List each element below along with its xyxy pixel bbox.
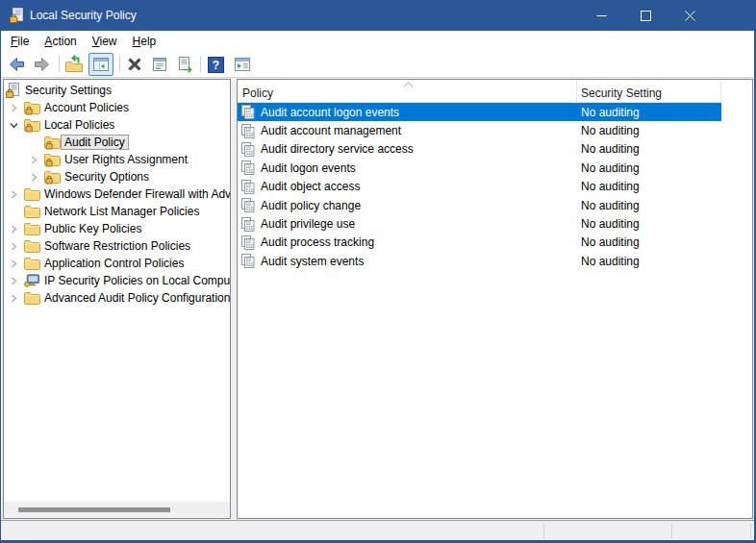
chevron-collapsed-icon[interactable]	[9, 294, 24, 303]
window-title: Local Security Policy	[30, 9, 137, 22]
tree-item-security-options[interactable]: Security Options	[4, 168, 230, 185]
tree-item-label: Windows Defender Firewall with Adva	[44, 187, 230, 201]
close-button[interactable]	[668, 0, 712, 31]
maximize-button[interactable]	[623, 0, 668, 31]
list-row-audit-policy-change[interactable]: 10010Audit policy changeNo auditing	[238, 196, 721, 214]
security-settings-icon	[5, 83, 21, 98]
policy-name: Audit process tracking	[261, 235, 374, 249]
list-row-audit-system-events[interactable]: 10010Audit system eventsNo auditing	[238, 252, 721, 270]
list-row-audit-account-management[interactable]: 10010Audit account managementNo auditing	[238, 121, 721, 139]
policy-cell: 10010Audit directory service access	[238, 142, 576, 157]
tree-item-label: Audit Policy	[61, 135, 129, 150]
tree-item-label: User Rights Assignment	[64, 153, 188, 166]
toolbar-separator	[59, 56, 60, 72]
help-icon: ?	[207, 56, 225, 74]
folder-lock-icon	[24, 118, 40, 133]
tree-item-security-settings[interactable]: Security Settings	[4, 82, 230, 99]
tree-item-application-control-policies[interactable]: Application Control Policies	[4, 255, 230, 272]
policy-cell: 10010Audit process tracking	[238, 235, 576, 250]
back-arrow-icon	[7, 55, 26, 74]
policy-name: Audit policy change	[261, 199, 361, 212]
console-tree-pane: Security SettingsAccount PoliciesLocal P…	[3, 79, 231, 519]
setting-cell: No auditing	[576, 199, 721, 212]
sort-ascending-icon	[403, 82, 414, 87]
column-divider[interactable]	[576, 80, 577, 103]
show-hide-action-pane-button[interactable]	[231, 53, 254, 76]
setting-value: No auditing	[581, 217, 640, 231]
chevron-collapsed-icon[interactable]	[9, 259, 24, 268]
chevron-collapsed-icon[interactable]	[9, 190, 24, 199]
toolbar: ?	[1, 51, 754, 78]
policy-cell: 10010Audit policy change	[238, 198, 576, 212]
status-divider	[750, 524, 751, 538]
policy-name: Audit account management	[261, 124, 401, 137]
tree-item-user-rights-assignment[interactable]: User Rights Assignment	[4, 151, 230, 168]
folder-icon	[24, 239, 40, 253]
setting-cell: No auditing	[576, 180, 721, 193]
setting-value: No auditing	[581, 142, 640, 156]
menu-file[interactable]: File	[3, 33, 37, 50]
chevron-expanded-icon[interactable]	[9, 121, 24, 130]
setting-cell: No auditing	[576, 142, 721, 156]
chevron-collapsed-icon[interactable]	[29, 156, 44, 164]
policy-document-icon: 10010	[241, 124, 256, 138]
properties-window-icon	[150, 55, 169, 74]
list-row-audit-object-access[interactable]: 10010Audit object accessNo auditing	[238, 178, 721, 196]
tree-item-network-list-manager-policies[interactable]: Network List Manager Policies	[4, 203, 230, 220]
help-button[interactable]: ?	[204, 53, 227, 76]
chevron-collapsed-icon[interactable]	[9, 225, 24, 234]
scrollbar-thumb[interactable]	[18, 507, 170, 512]
forward-button[interactable]	[31, 53, 54, 76]
policy-list-pane: Policy Security Setting 10010Audit accou…	[237, 79, 753, 519]
column-divider[interactable]	[720, 80, 721, 103]
policy-document-icon: 10010	[241, 160, 256, 175]
tree-item-label: Security Options	[64, 170, 149, 184]
policy-cell: 10010Audit privilege use	[238, 217, 576, 232]
titlebar[interactable]: Local Security Policy	[0, 0, 756, 31]
show-hide-console-tree-button[interactable]	[88, 53, 113, 76]
tree-item-audit-policy[interactable]: Audit Policy	[4, 134, 230, 151]
tree-item-advanced-audit-policy-configuration[interactable]: Advanced Audit Policy Configuration	[4, 289, 230, 307]
policy-document-icon: 10010	[241, 142, 256, 157]
tree-item-account-policies[interactable]: Account Policies	[4, 99, 230, 116]
folder-icon	[24, 257, 40, 270]
chevron-collapsed-icon[interactable]	[9, 104, 24, 112]
tree-item-label: Advanced Audit Policy Configuration	[44, 291, 230, 305]
tree-item-local-policies[interactable]: Local Policies	[4, 116, 230, 134]
tree-item-software-restriction-policies[interactable]: Software Restriction Policies	[4, 237, 230, 255]
list-row-audit-account-logon-events[interactable]: 10010Audit account logon eventsNo auditi…	[238, 103, 721, 121]
list-row-audit-process-tracking[interactable]: 10010Audit process trackingNo auditing	[238, 234, 721, 252]
list-row-audit-privilege-use[interactable]: 10010Audit privilege useNo auditing	[238, 214, 721, 233]
menu-view[interactable]: View	[85, 33, 125, 50]
chevron-collapsed-icon[interactable]	[29, 173, 44, 182]
properties-button[interactable]	[148, 53, 171, 76]
column-header-policy[interactable]: Policy	[242, 86, 273, 100]
list-row-audit-directory-service-access[interactable]: 10010Audit directory service accessNo au…	[238, 140, 721, 159]
svg-text:010: 010	[246, 169, 254, 174]
tree-item-ip-security-policies-on-local-compute[interactable]: IP Security Policies on Local Compute	[4, 272, 230, 289]
folder-lock-icon	[24, 101, 40, 115]
tree-horizontal-scrollbar[interactable]	[4, 502, 230, 518]
column-header-security-setting[interactable]: Security Setting	[581, 86, 662, 100]
tree-item-public-key-policies[interactable]: Public Key Policies	[4, 220, 230, 237]
setting-cell: No auditing	[576, 217, 721, 231]
chevron-collapsed-icon[interactable]	[9, 277, 24, 285]
tree-item-label: Public Key Policies	[44, 222, 141, 235]
policy-name: Audit directory service access	[261, 142, 414, 156]
back-button[interactable]	[5, 53, 28, 76]
minimize-button[interactable]	[579, 0, 623, 31]
delete-button[interactable]	[123, 53, 146, 76]
main-area: Security SettingsAccount PoliciesLocal P…	[1, 78, 754, 520]
tree-item-label: Application Control Policies	[44, 257, 184, 270]
export-list-button[interactable]	[173, 53, 196, 76]
up-one-level-button[interactable]	[63, 53, 86, 76]
tree-item-windows-defender-firewall-with-adva[interactable]: Windows Defender Firewall with Adva	[4, 185, 230, 203]
folder-up-icon	[63, 55, 85, 74]
chevron-collapsed-icon[interactable]	[9, 242, 24, 251]
menu-action[interactable]: Action	[37, 33, 84, 50]
svg-text:010: 010	[246, 207, 254, 211]
setting-cell: No auditing	[576, 124, 721, 137]
menu-help[interactable]: Help	[125, 33, 164, 50]
list-row-audit-logon-events[interactable]: 10010Audit logon eventsNo auditing	[238, 159, 721, 177]
menu-help-label: Help	[133, 35, 157, 48]
